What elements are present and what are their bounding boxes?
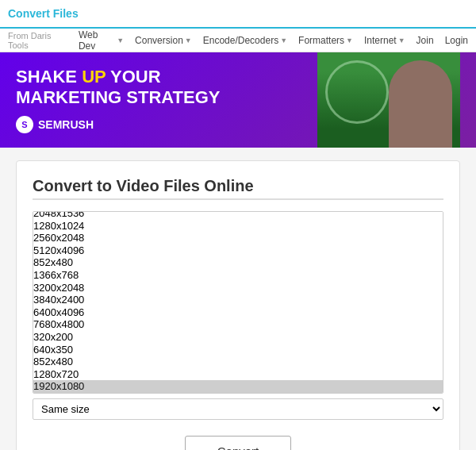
banner-logo: S SEMRUSH bbox=[16, 116, 220, 133]
content-box: Convert to Video Files Online 176x144352… bbox=[16, 160, 460, 450]
resolution-option[interactable]: 1366x768 bbox=[33, 269, 443, 282]
banner-image bbox=[317, 52, 460, 148]
banner-decoration-circle bbox=[325, 60, 389, 124]
resolution-option[interactable]: 6400x4096 bbox=[33, 306, 443, 319]
resolution-option[interactable]: 2048x1536 bbox=[33, 211, 443, 220]
nav-item-join[interactable]: Join bbox=[416, 35, 434, 46]
chevron-down-icon: ▼ bbox=[117, 37, 124, 44]
nav-label-encode: Encode/Decoders bbox=[203, 35, 278, 46]
banner: SHAKE UP YOURMARKETING STRATEGY S SEMRUS… bbox=[0, 52, 476, 148]
banner-brand: SEMRUSH bbox=[38, 118, 94, 131]
nav-item-encode[interactable]: Encode/Decoders ▼ bbox=[203, 35, 287, 46]
from-label: From Daris Tools bbox=[8, 31, 71, 50]
semrush-icon: S bbox=[16, 116, 33, 133]
convert-button[interactable]: Convert bbox=[185, 436, 292, 450]
nav-label-webdev: Web Dev bbox=[79, 29, 115, 52]
nav-label-internet: Internet bbox=[364, 35, 397, 46]
nav-item-internet[interactable]: Internet ▼ bbox=[364, 35, 405, 46]
resolution-option[interactable]: 1920x1080 bbox=[33, 380, 443, 393]
top-bar: Convert Files bbox=[0, 0, 476, 29]
resolution-option[interactable]: 1280x1024 bbox=[33, 220, 443, 233]
banner-text: SHAKE UP YOURMARKETING STRATEGY S SEMRUS… bbox=[16, 67, 220, 134]
nav-bar: From Daris Tools Web Dev ▼ Conversion ▼ … bbox=[0, 29, 476, 52]
nav-item-webdev[interactable]: Web Dev ▼ bbox=[79, 29, 124, 52]
resolution-option[interactable]: 1280x720 bbox=[33, 368, 443, 381]
resolution-listbox[interactable]: 176x144352x288704x5761408x1152160x120204… bbox=[33, 211, 443, 394]
resolution-option[interactable]: 2560x2048 bbox=[33, 232, 443, 244]
resolution-option[interactable]: 852x480 bbox=[33, 356, 443, 368]
nav-label-formatters: Formatters bbox=[298, 35, 344, 46]
nav-item-formatters[interactable]: Formatters ▼ bbox=[298, 35, 353, 46]
resolution-option[interactable]: 852x480 bbox=[33, 256, 443, 269]
convert-button-wrapper: Convert bbox=[33, 436, 443, 450]
banner-person bbox=[389, 60, 452, 148]
nav-item-conversion[interactable]: Conversion ▼ bbox=[135, 35, 192, 46]
chevron-down-icon: ▼ bbox=[398, 37, 405, 44]
chevron-down-icon: ▼ bbox=[346, 37, 353, 44]
nav-item-login[interactable]: Login bbox=[445, 35, 468, 46]
section-title: Convert to Video Files Online bbox=[33, 177, 443, 200]
chevron-down-icon: ▼ bbox=[280, 37, 287, 44]
resolution-option[interactable]: 320x200 bbox=[33, 331, 443, 344]
resolution-option[interactable]: 7680x4800 bbox=[33, 318, 443, 331]
resolution-option[interactable]: 5120x4096 bbox=[33, 244, 443, 257]
chevron-down-icon: ▼ bbox=[185, 37, 192, 44]
size-select[interactable]: Same sizeHalf sizeDouble sizeCustom bbox=[33, 398, 443, 420]
site-title[interactable]: Convert Files bbox=[8, 7, 79, 20]
main-content: Convert to Video Files Online 176x144352… bbox=[0, 148, 476, 450]
resolution-option[interactable]: 640x350 bbox=[33, 344, 443, 356]
banner-headline: SHAKE UP YOURMARKETING STRATEGY bbox=[16, 67, 220, 109]
resolution-option[interactable]: 3200x2048 bbox=[33, 282, 443, 294]
resolution-option[interactable]: 3840x2400 bbox=[33, 294, 443, 306]
nav-label-conversion: Conversion bbox=[135, 35, 183, 46]
